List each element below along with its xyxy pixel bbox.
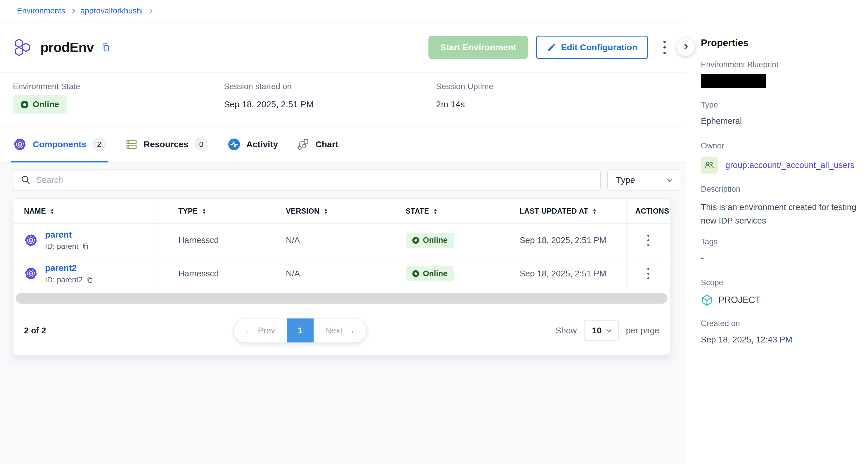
resources-icon (125, 138, 138, 151)
top-bar: Environments approvalforkhushi (0, 0, 686, 22)
show-label: Show (556, 326, 577, 335)
status-badge: Online (406, 266, 454, 281)
pencil-icon (547, 43, 556, 52)
component-id: ID: parent (45, 242, 78, 251)
type-cell: Harnesscd (160, 224, 276, 257)
properties-panel: Properties Environment Blueprint Type Ep… (686, 0, 868, 464)
panel-collapse-button[interactable] (676, 37, 695, 56)
owner-label: Owner (701, 142, 724, 151)
online-ring-icon (412, 237, 419, 244)
sort-icon: ▲▼ (50, 208, 54, 214)
next-page-button[interactable]: Next → (314, 318, 367, 342)
tab-components-label: Components (33, 140, 86, 149)
column-header-name[interactable]: NAME ▲▼ (13, 199, 160, 224)
chevron-right-icon (70, 9, 75, 14)
session-started-value: Sep 18, 2025, 2:51 PM (224, 99, 314, 109)
prev-page-button[interactable]: ← Prev (234, 318, 287, 342)
edit-configuration-button[interactable]: Edit Configuration (536, 36, 648, 59)
column-header-type[interactable]: TYPE ▲▼ (160, 199, 276, 224)
header-more-menu-button[interactable] (656, 36, 673, 59)
page-number-active[interactable]: 1 (287, 318, 314, 342)
description-label: Description (701, 185, 740, 194)
cube-icon (701, 294, 713, 306)
tab-resources-count: 0 (194, 137, 208, 151)
environment-state-value: Online (33, 100, 59, 109)
tab-resources-label: Resources (144, 140, 188, 149)
breadcrumb: Environments approvalforkhushi (17, 6, 152, 16)
copy-name-button[interactable] (101, 42, 111, 52)
page-title: prodEnv (40, 39, 94, 55)
chevron-down-icon (667, 177, 672, 182)
environment-state-label: Environment State (13, 82, 80, 91)
created-on-label: Created on (701, 319, 740, 328)
search-input[interactable] (36, 175, 593, 185)
state-cell: Online (396, 257, 510, 290)
sort-icon: ▲▼ (592, 208, 597, 214)
chevron-right-icon (682, 44, 688, 50)
environment-hexagon-icon (13, 38, 32, 57)
sort-icon: ▲▼ (433, 208, 437, 214)
tab-components-count: 2 (92, 137, 106, 151)
edit-configuration-label: Edit Configuration (561, 42, 638, 52)
horizontal-scrollbar (13, 290, 670, 306)
tab-components[interactable]: Components 2 (13, 127, 106, 162)
blueprint-value-redacted (701, 74, 766, 88)
copy-icon[interactable] (82, 243, 89, 250)
chevron-down-icon (606, 327, 611, 332)
tags-label: Tags (701, 237, 717, 246)
session-uptime-label: Session Uptime (436, 82, 493, 91)
breadcrumb-environment-name[interactable]: approvalforkhushi (81, 6, 143, 16)
header-actions: Start Environment Edit Configuration (429, 36, 673, 59)
tab-chart[interactable]: Chart (297, 127, 338, 162)
scope-label: Scope (701, 278, 723, 287)
group-avatar (701, 157, 718, 174)
gear-icon (24, 233, 38, 247)
version-cell: N/A (276, 224, 396, 257)
page-size-dropdown[interactable]: 10 (584, 320, 619, 341)
pagination-summary: 2 of 2 (24, 326, 46, 335)
component-id: ID: parent2 (45, 275, 83, 284)
row-more-menu-button[interactable] (640, 257, 657, 290)
copy-icon[interactable] (86, 276, 94, 283)
tab-activity-label: Activity (246, 140, 278, 149)
tags-value: - (701, 253, 704, 263)
component-name-link[interactable]: parent (45, 230, 89, 240)
tab-activity[interactable]: Activity (228, 127, 278, 162)
table-header-row: NAME ▲▼ TYPE ▲▼ VERSION ▲▼ STATE ▲▼ LAST… (13, 199, 670, 224)
breadcrumb-environments[interactable]: Environments (17, 6, 65, 16)
group-icon (704, 160, 715, 171)
type-filter-dropdown[interactable]: Type (607, 169, 680, 190)
online-ring-icon (21, 101, 28, 109)
column-header-last-updated[interactable]: LAST UPDATED AT ▲▼ (510, 199, 626, 224)
component-name-link[interactable]: parent2 (45, 263, 94, 273)
activity-icon (228, 138, 241, 151)
session-uptime-value: 2m 14s (436, 99, 465, 109)
type-value: Ephemeral (701, 116, 742, 126)
state-cell: Online (396, 224, 510, 257)
chevron-right-icon (148, 9, 153, 14)
version-cell: N/A (276, 257, 396, 290)
type-cell: Harnesscd (160, 257, 276, 290)
components-table: NAME ▲▼ TYPE ▲▼ VERSION ▲▼ STATE ▲▼ LAST… (13, 198, 671, 355)
scope-value: PROJECT (718, 295, 761, 305)
tab-bar: Components 2 Resources 0 Activity (0, 127, 686, 162)
name-cell: parent ID: parent (13, 224, 160, 257)
column-header-state[interactable]: STATE ▲▼ (396, 199, 510, 224)
column-header-name-label: NAME (24, 207, 46, 215)
pagination-row: 2 of 2 ← Prev 1 Next → Show 10 per page (13, 306, 670, 355)
scope-row: PROJECT (701, 294, 761, 306)
page-header: prodEnv Start Environment Edit Configura… (0, 23, 686, 72)
horizontal-scrollbar-thumb[interactable] (16, 293, 668, 304)
column-header-version[interactable]: VERSION ▲▼ (276, 199, 396, 224)
owner-group-link[interactable]: group:account/_account_all_users (725, 160, 855, 170)
tab-resources[interactable]: Resources 0 (125, 127, 208, 162)
sort-icon: ▲▼ (202, 208, 206, 214)
type-label: Type (701, 100, 718, 110)
row-more-menu-button[interactable] (640, 224, 657, 256)
column-header-last-updated-label: LAST UPDATED AT (520, 207, 588, 215)
type-filter-label: Type (616, 175, 635, 185)
column-header-type-label: TYPE (178, 207, 198, 215)
column-header-state-label: STATE (406, 207, 429, 215)
pagination-pill: ← Prev 1 Next → (233, 318, 367, 343)
start-environment-button[interactable]: Start Environment (429, 36, 528, 59)
